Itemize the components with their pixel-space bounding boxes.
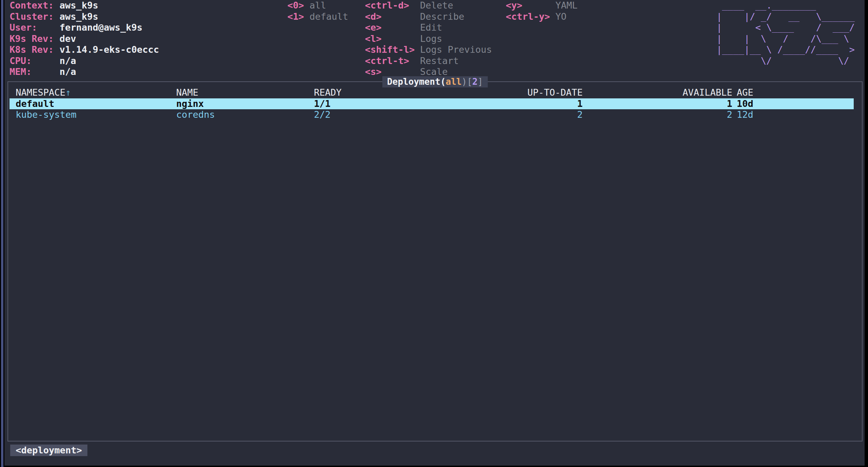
- logo-line: ____ __.________: [717, 0, 855, 11]
- info-label: User:: [10, 22, 60, 33]
- info-value: n/a: [60, 55, 76, 66]
- info-row-k8s-rev: K8s Rev:v1.14.9-eks-c0eccc: [10, 44, 159, 55]
- k9s-terminal: Context:aws_k9s Cluster:aws_k9s User:fer…: [4, 0, 865, 466]
- hotkeys-actions: <ctrl-d>Delete <d>Describe <e>Edit <l>Lo…: [365, 0, 492, 78]
- info-label: Context:: [10, 0, 60, 11]
- cell-age: 12d: [732, 109, 854, 120]
- hotkey-item: <s>Scale: [365, 66, 492, 78]
- hotkey-item: <1>default: [287, 11, 348, 22]
- info-value: n/a: [60, 66, 76, 77]
- logo-line: | |/ _/ __ \______: [717, 11, 855, 22]
- logo-line: | < \____ / ___/: [717, 22, 855, 33]
- hotkey-label: Logs Previous: [420, 44, 492, 55]
- hotkey-key: <ctrl-t>: [365, 55, 420, 67]
- hotkey-item: <0>all: [287, 0, 348, 11]
- logo-line: \/ \/: [717, 55, 855, 67]
- cell-up-to-date: 1: [370, 98, 583, 110]
- title-bracket-close: ]: [478, 77, 483, 87]
- hotkey-label: YAML: [555, 0, 578, 11]
- table-header-row: NAMESPACE↑ NAME READY UP-TO-DATE AVAILAB…: [10, 87, 854, 98]
- logo-line: |____|__ \ /____//____ >: [717, 44, 855, 55]
- logo-line: | | \ / /\___ \: [717, 33, 855, 45]
- sort-arrow-icon: ↑: [65, 87, 71, 98]
- cell-age: 10d: [732, 98, 854, 110]
- table-title-badge: Deployment(all)[2]: [382, 76, 488, 87]
- hotkey-item: <e>Edit: [365, 22, 492, 33]
- title-separator: )[: [462, 77, 472, 87]
- info-value: fernand@aws_k9s: [60, 22, 143, 33]
- cell-available: 2: [583, 109, 732, 120]
- info-row-cpu: CPU:n/a: [10, 55, 159, 67]
- cell-up-to-date: 2: [370, 109, 583, 120]
- cell-namespace: default: [16, 98, 176, 110]
- column-header-name: NAME: [176, 87, 314, 98]
- table-row-coredns[interactable]: kube-system coredns 2/2 2 2 12d: [10, 109, 854, 120]
- hotkey-key: <ctrl-d>: [365, 0, 420, 11]
- hotkey-label: Restart: [420, 55, 459, 66]
- hotkey-key: <ctrl-y>: [506, 11, 555, 22]
- info-row-mem: MEM:n/a: [10, 66, 159, 78]
- hotkey-key: <d>: [365, 11, 420, 22]
- column-header-age: AGE: [732, 87, 854, 98]
- title-resource: Deployment(: [387, 77, 446, 87]
- hotkeys-namespaces: <0>all <1>default: [287, 0, 348, 22]
- hotkey-key: <l>: [365, 33, 420, 45]
- hotkey-item: <ctrl-y>YO: [506, 11, 578, 22]
- hotkey-label: all: [310, 0, 326, 11]
- info-label: K8s Rev:: [10, 44, 60, 55]
- hotkey-item: <shift-l>Logs Previous: [365, 44, 492, 55]
- deployments-table: Deployment(all)[2] NAMESPACE↑ NAME READY…: [7, 81, 863, 441]
- breadcrumb-deployment[interactable]: <deployment>: [10, 445, 87, 456]
- hotkey-item: <l>Logs: [365, 33, 492, 45]
- k9s-logo: ____ __.________ | |/ _/ __ \______ | < …: [717, 0, 855, 66]
- table-row-nginx[interactable]: default nginx 1/1 1 1 10d: [10, 98, 854, 110]
- cell-ready: 2/2: [314, 109, 370, 120]
- hotkey-label: YO: [555, 11, 567, 22]
- hotkey-item: <ctrl-d>Delete: [365, 0, 492, 11]
- info-row-user: User:fernand@aws_k9s: [10, 22, 159, 33]
- title-filter: all: [446, 77, 462, 87]
- info-label: K9s Rev:: [10, 33, 60, 45]
- info-row-k9s-rev: K9s Rev:dev: [10, 33, 159, 45]
- cell-available: 1: [583, 98, 732, 110]
- hotkey-key: <shift-l>: [365, 44, 420, 55]
- cell-ready: 1/1: [314, 98, 370, 110]
- hotkey-label: Logs: [420, 33, 442, 44]
- hotkey-key: <s>: [365, 66, 420, 78]
- info-label: Cluster:: [10, 11, 60, 22]
- info-value: v1.14.9-eks-c0eccc: [60, 44, 159, 55]
- cluster-info-panel: Context:aws_k9s Cluster:aws_k9s User:fer…: [10, 0, 159, 78]
- hotkey-label: Scale: [420, 66, 448, 77]
- info-label: MEM:: [10, 66, 60, 78]
- info-label: CPU:: [10, 55, 60, 67]
- hotkeys-yaml: <y>YAML <ctrl-y>YO: [506, 0, 578, 22]
- title-count: 2: [472, 77, 478, 87]
- info-value: aws_k9s: [60, 11, 98, 22]
- cell-namespace: kube-system: [16, 109, 176, 120]
- hotkey-key: <1>: [287, 11, 310, 22]
- hotkey-label: Describe: [420, 11, 464, 22]
- hotkey-key: <e>: [365, 22, 420, 33]
- hotkey-item: <d>Describe: [365, 11, 492, 22]
- column-header-up-to-date: UP-TO-DATE: [370, 87, 583, 98]
- breadcrumb: <deployment>: [10, 445, 87, 456]
- cell-name: coredns: [176, 109, 314, 120]
- hotkey-key: <y>: [506, 0, 555, 11]
- column-header-namespace: NAMESPACE↑: [16, 87, 176, 98]
- hotkey-key: <0>: [287, 0, 310, 11]
- hotkey-label: Delete: [420, 0, 453, 11]
- hotkey-item: <y>YAML: [506, 0, 578, 11]
- column-header-available: AVAILABLE: [583, 87, 732, 98]
- hotkey-label: default: [310, 11, 348, 22]
- column-header-ready: READY: [314, 87, 370, 98]
- info-row-context: Context:aws_k9s: [10, 0, 159, 11]
- info-value: dev: [60, 33, 76, 44]
- hotkey-item: <ctrl-t>Restart: [365, 55, 492, 67]
- hotkey-label: Edit: [420, 22, 442, 33]
- info-value: aws_k9s: [60, 0, 98, 11]
- window-frame-strip: [1, 0, 3, 467]
- info-row-cluster: Cluster:aws_k9s: [10, 11, 159, 22]
- cell-name: nginx: [176, 98, 314, 110]
